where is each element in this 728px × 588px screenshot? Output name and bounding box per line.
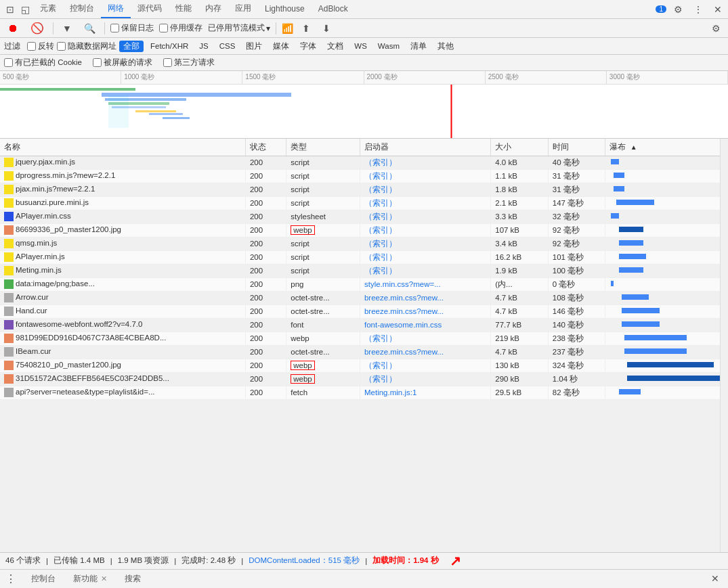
cell-initiator[interactable]: （索引） bbox=[360, 359, 490, 372]
blocked-requests-checkbox[interactable] bbox=[93, 58, 102, 67]
tab-new-features[interactable]: 新功能 ✕ bbox=[66, 570, 114, 587]
gear-button[interactable]: ⚙ bbox=[670, 3, 686, 16]
initiator-link[interactable]: （索引） bbox=[364, 172, 397, 180]
tab-application[interactable]: 应用 bbox=[228, 0, 258, 18]
cookie-blocked-checkbox[interactable] bbox=[4, 58, 13, 67]
cell-initiator[interactable]: （索引） bbox=[360, 183, 490, 196]
cell-initiator[interactable]: （索引） bbox=[360, 372, 490, 386]
hide-data-urls-checkbox[interactable] bbox=[57, 42, 66, 51]
table-row[interactable]: fontawesome-webfont.woff2?v=4.7.0200font… bbox=[0, 318, 720, 332]
tab-lighthouse[interactable]: Lighthouse bbox=[258, 1, 312, 18]
initiator-link[interactable]: （索引） bbox=[364, 185, 397, 194]
close-button[interactable]: ✕ bbox=[710, 3, 725, 16]
cell-initiator[interactable]: （索引） bbox=[360, 223, 490, 237]
initiator-link[interactable]: （索引） bbox=[364, 212, 397, 221]
disable-cache-label[interactable]: 停用缓存 bbox=[159, 23, 202, 33]
preserve-log-label[interactable]: 保留日志 bbox=[110, 23, 154, 33]
filter-type-wasm[interactable]: Wasm bbox=[374, 41, 404, 51]
table-row[interactable]: pjax.min.js?mew=2.2.1200script（索引）1.8 kB… bbox=[0, 183, 720, 196]
tab-performance[interactable]: 性能 bbox=[169, 0, 198, 18]
table-row[interactable]: APlayer.min.css200stylesheet（索引）3.3 kB32… bbox=[0, 210, 720, 223]
header-size[interactable]: 大小 bbox=[491, 139, 549, 156]
initiator-link[interactable]: （索引） bbox=[364, 199, 397, 207]
disable-cache-checkbox[interactable] bbox=[159, 24, 168, 32]
table-row[interactable]: data:image/png;base...200pngstyle.min.cs… bbox=[0, 277, 720, 291]
filter-button[interactable]: ▼ bbox=[59, 22, 75, 35]
filter-type-fetch-xhr[interactable]: Fetch/XHR bbox=[146, 41, 192, 51]
header-type[interactable]: 类型 bbox=[286, 139, 360, 156]
initiator-link[interactable]: （索引） bbox=[364, 267, 397, 275]
throttle-select[interactable]: 已停用节流模式 ▾ bbox=[208, 22, 270, 34]
cell-initiator[interactable]: （索引） bbox=[360, 210, 490, 223]
table-row[interactable]: 981D99EDD916D4067C73A8E4CBEA8D...200webp… bbox=[0, 332, 720, 345]
header-initiator[interactable]: 启动器 bbox=[360, 139, 490, 156]
initiator-link[interactable]: （索引） bbox=[364, 253, 397, 261]
cell-initiator[interactable]: font-awesome.min.css bbox=[360, 318, 490, 332]
table-row[interactable]: Hand.cur200octet-stre...breeze.min.css?m… bbox=[0, 304, 720, 318]
third-party-label[interactable]: 第三方请求 bbox=[163, 58, 215, 68]
filter-type-manifest[interactable]: 清单 bbox=[406, 41, 431, 52]
cell-initiator[interactable]: breeze.min.css?mew... bbox=[360, 345, 490, 359]
upload-button[interactable]: ⬆ bbox=[299, 22, 314, 35]
filter-type-all[interactable]: 全部 bbox=[119, 41, 144, 52]
net-settings-button[interactable]: ⚙ bbox=[708, 22, 724, 35]
table-row[interactable]: Arrow.cur200octet-stre...breeze.min.css?… bbox=[0, 291, 720, 304]
filter-type-media[interactable]: 媒体 bbox=[269, 41, 293, 52]
search-button[interactable]: 🔍 bbox=[81, 22, 99, 35]
initiator-link[interactable]: （索引） bbox=[364, 158, 397, 166]
table-row[interactable]: busuanzi.pure.mini.js200script（索引）2.1 kB… bbox=[0, 196, 720, 210]
cell-initiator[interactable]: （索引） bbox=[360, 332, 490, 345]
tab-adblock[interactable]: AdBlock bbox=[312, 1, 355, 18]
third-party-checkbox[interactable] bbox=[163, 58, 172, 67]
table-wrapper[interactable]: 名称 状态 类型 启动器 大小 时间 瀑布 ▲ bbox=[0, 139, 720, 552]
hide-data-urls-label[interactable]: 隐藏数据网址 bbox=[57, 41, 116, 51]
initiator-link[interactable]: breeze.min.css?mew... bbox=[364, 348, 444, 356]
initiator-link[interactable]: （索引） bbox=[364, 375, 397, 383]
table-row[interactable]: 75408210_p0_master1200.jpg200webp（索引）130… bbox=[0, 359, 720, 372]
initiator-link[interactable]: font-awesome.min.css bbox=[364, 321, 442, 329]
cookie-blocked-label[interactable]: 有已拦截的 Cookie bbox=[4, 58, 82, 68]
table-row[interactable]: 31D51572AC3BEFFB564E5C03F24DDB5...200web… bbox=[0, 372, 720, 386]
initiator-link[interactable]: （索引） bbox=[364, 361, 397, 369]
close-new-features-btn[interactable]: ✕ bbox=[101, 574, 107, 583]
table-row[interactable]: dprogress.min.js?mew=2.2.1200script（索引）1… bbox=[0, 169, 720, 183]
download-button[interactable]: ⬇ bbox=[319, 22, 334, 35]
bottom-close-btn[interactable]: ✕ bbox=[708, 572, 723, 585]
cell-initiator[interactable]: （索引） bbox=[360, 196, 490, 210]
scrollbar[interactable] bbox=[720, 139, 728, 552]
table-row[interactable]: Meting.min.js200script（索引）1.9 kB100 毫秒 bbox=[0, 264, 720, 277]
menu-button[interactable]: ⋮ bbox=[690, 3, 706, 16]
cell-initiator[interactable]: （索引） bbox=[360, 250, 490, 264]
filter-type-css[interactable]: CSS bbox=[215, 41, 240, 51]
tab-network[interactable]: 网络 bbox=[101, 0, 131, 18]
header-name[interactable]: 名称 bbox=[0, 139, 245, 156]
cell-initiator[interactable]: breeze.min.css?mew... bbox=[360, 304, 490, 318]
cell-initiator[interactable]: （索引） bbox=[360, 156, 490, 169]
cell-initiator[interactable]: Meting.min.js:1 bbox=[360, 386, 490, 399]
header-waterfall[interactable]: 瀑布 ▲ bbox=[605, 139, 720, 156]
tab-console-bottom[interactable]: 控制台 bbox=[24, 570, 62, 587]
initiator-link[interactable]: Meting.min.js:1 bbox=[364, 388, 416, 397]
initiator-link[interactable]: style.min.css?mew=... bbox=[364, 280, 441, 288]
header-status[interactable]: 状态 bbox=[245, 139, 286, 156]
initiator-link[interactable]: breeze.min.css?mew... bbox=[364, 307, 444, 315]
invert-label[interactable]: 反转 bbox=[27, 41, 54, 51]
cell-initiator[interactable]: breeze.min.css?mew... bbox=[360, 291, 490, 304]
clear-button[interactable]: 🚫 bbox=[27, 20, 47, 36]
cell-initiator[interactable]: style.min.css?mew=... bbox=[360, 277, 490, 291]
cell-initiator[interactable]: （索引） bbox=[360, 237, 490, 250]
invert-checkbox[interactable] bbox=[27, 42, 36, 51]
initiator-link[interactable]: （索引） bbox=[364, 334, 397, 342]
tab-console[interactable]: 控制台 bbox=[63, 0, 101, 18]
table-row[interactable]: APlayer.min.js200script（索引）16.2 kB101 毫秒 bbox=[0, 250, 720, 264]
preserve-log-checkbox[interactable] bbox=[110, 24, 119, 32]
tab-memory[interactable]: 内存 bbox=[198, 0, 228, 18]
tab-search-bottom[interactable]: 搜索 bbox=[118, 570, 148, 587]
table-row[interactable]: 86699336_p0_master1200.jpg200webp（索引）107… bbox=[0, 223, 720, 237]
filter-type-js[interactable]: JS bbox=[195, 41, 212, 51]
filter-type-font[interactable]: 字体 bbox=[296, 41, 320, 52]
table-row[interactable]: jquery.pjax.min.js200script（索引）4.0 kB40 … bbox=[0, 156, 720, 169]
tab-elements[interactable]: 元素 bbox=[33, 0, 63, 18]
table-row[interactable]: IBeam.cur200octet-stre...breeze.min.css?… bbox=[0, 345, 720, 359]
header-time[interactable]: 时间 bbox=[548, 139, 605, 156]
